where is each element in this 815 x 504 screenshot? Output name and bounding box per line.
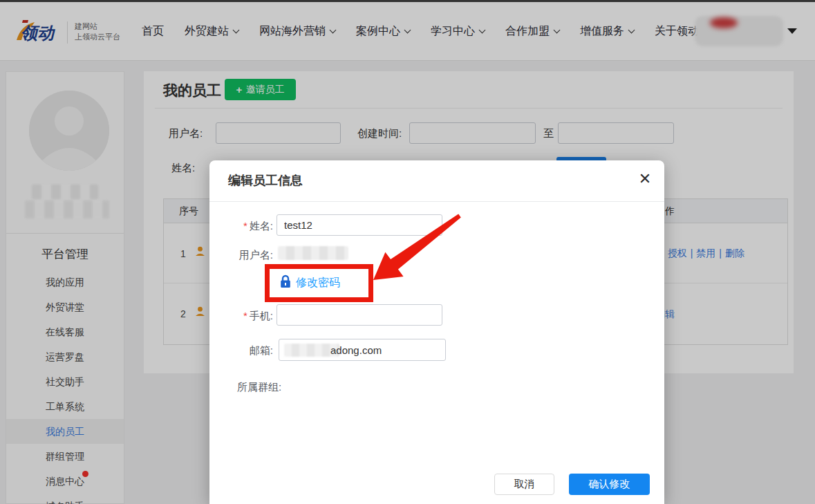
required-mark: * [243, 310, 247, 321]
group-field-label: 所属群组: [237, 381, 281, 394]
email-input[interactable]: adong.com [279, 339, 446, 361]
username-field-label: 用户名: [209, 249, 273, 262]
modal-title: 编辑员工信息 [228, 172, 303, 189]
cancel-button[interactable]: 取消 [494, 474, 554, 495]
confirm-button[interactable]: 确认修改 [569, 474, 650, 495]
required-mark: * [243, 220, 247, 232]
email-visible-text: adong.com [330, 344, 382, 356]
username-value-blurred [278, 246, 348, 260]
name-input[interactable] [277, 214, 442, 236]
edit-employee-modal: 编辑员工信息 ✕ *姓名: 用户名: 修改密码 *手机: 邮箱: adong.c… [209, 160, 664, 504]
change-password-label: 修改密码 [296, 276, 340, 290]
email-field-label: 邮箱: [209, 344, 273, 357]
phone-input[interactable] [277, 304, 442, 326]
phone-field-label: *手机: [209, 310, 273, 323]
change-password-link[interactable]: 修改密码 [280, 274, 340, 291]
name-field-label: *姓名: [209, 220, 273, 233]
lock-icon [280, 274, 291, 291]
close-icon[interactable]: ✕ [635, 169, 655, 189]
modal-divider [209, 201, 664, 202]
